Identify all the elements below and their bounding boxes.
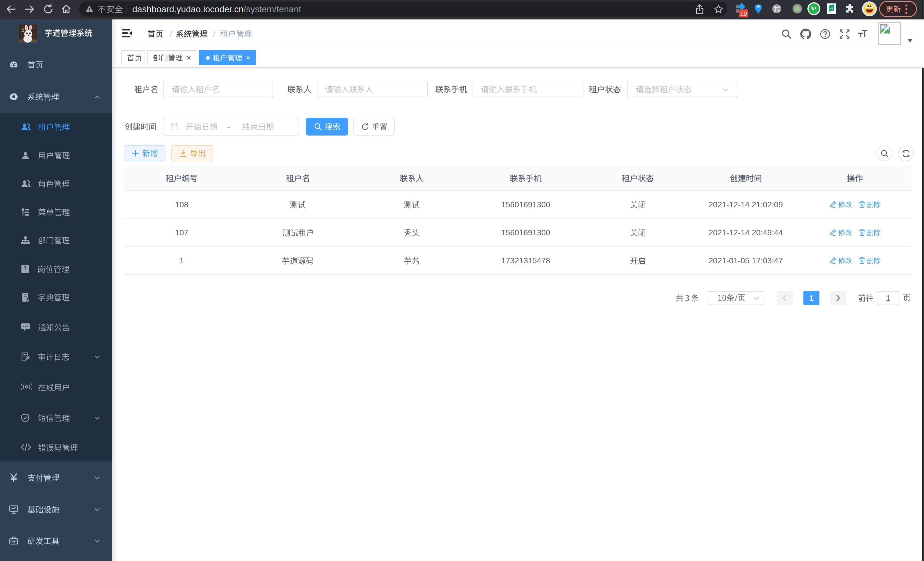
- svg-text:10: 10: [740, 10, 747, 17]
